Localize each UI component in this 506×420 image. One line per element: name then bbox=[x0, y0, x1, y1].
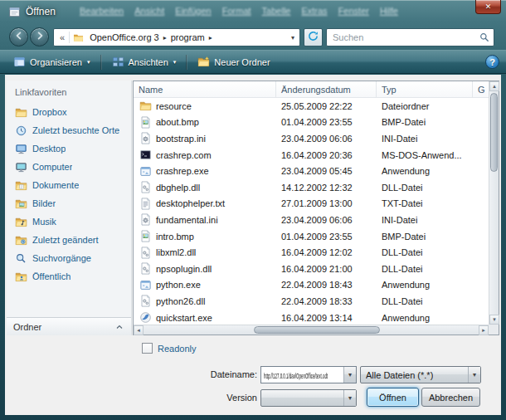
breadcrumb-separator-icon[interactable]: ▸ bbox=[207, 34, 214, 42]
titlebar[interactable]: Öffnen BearbeitenAnsichtEinfügenFormatTa… bbox=[0, 0, 506, 25]
breadcrumb-overflow-chevron[interactable]: « bbox=[54, 32, 69, 42]
file-row-resource[interactable]: resource25.05.2009 22:22Dateiordner bbox=[134, 98, 489, 115]
version-dropdown-icon[interactable]: ▾ bbox=[343, 390, 356, 406]
sidebar-item-suchvorg-nge[interactable]: Suchvorgänge bbox=[7, 249, 131, 267]
address-breadcrumb[interactable]: « OpenOffice.org 3▸program▸ ▾ bbox=[53, 28, 300, 46]
file-row-bootstrap-ini[interactable]: bootstrap.ini23.04.2009 06:06INI-Datei bbox=[134, 130, 489, 147]
folder-file-icon bbox=[139, 100, 152, 112]
file-row-npsoplugin-dll[interactable]: npsoplugin.dll16.04.2009 21:00DLL-Datei bbox=[134, 261, 489, 277]
file-name-cell: crashrep.exe bbox=[134, 165, 276, 178]
file-row-libxml2-dll[interactable]: libxml2.dll16.04.2009 12:02DLL-Datei bbox=[134, 244, 489, 261]
filename-combobox[interactable]: http://127.0.0.1/dav/OpenOffice/text.odt… bbox=[260, 366, 357, 383]
file-name-cell: npsoplugin.dll bbox=[134, 262, 276, 275]
refresh-button[interactable] bbox=[304, 28, 323, 46]
readonly-label[interactable]: Readonly bbox=[158, 344, 196, 354]
breadcrumb-segment-openoffice-org-3[interactable]: OpenOffice.org 3 bbox=[87, 32, 162, 42]
sidebar-item-dokumente[interactable]: Dokumente bbox=[7, 176, 131, 194]
file-type: Anwendung bbox=[377, 313, 473, 323]
file-name: npsoplugin.dll bbox=[156, 264, 212, 274]
breadcrumb-segments: OpenOffice.org 3▸program▸ bbox=[87, 32, 214, 42]
forward-button[interactable] bbox=[30, 27, 49, 46]
chevron-up-icon[interactable] bbox=[114, 322, 124, 332]
file-type: INI-Datei bbox=[377, 215, 473, 225]
scroll-left-icon[interactable]: ◂ bbox=[134, 325, 144, 335]
file-row-intro-bmp[interactable]: intro.bmp01.04.2009 23:55BMP-Datei bbox=[134, 228, 489, 245]
readonly-checkbox[interactable] bbox=[142, 343, 153, 354]
folders-bar[interactable]: Ordner bbox=[7, 317, 131, 335]
open-button[interactable]: Öffnen bbox=[367, 388, 419, 407]
file-name-cell: libxml2.dll bbox=[134, 247, 276, 259]
file-row-fundamental-ini[interactable]: fundamental.ini23.04.2009 06:06INI-Datei bbox=[134, 212, 489, 228]
column-header-nderungsdatum[interactable]: Änderungsdatum bbox=[276, 81, 377, 97]
file-row-desktophelper-txt[interactable]: desktophelper.txt27.01.2009 13:00TXT-Dat… bbox=[134, 196, 489, 212]
filetype-combobox[interactable]: Alle Dateien (*.*) ▾ bbox=[360, 366, 481, 383]
new-folder-icon bbox=[197, 56, 210, 68]
horizontal-scrollbar[interactable]: ◂ ▸ bbox=[134, 325, 489, 335]
breadcrumb-segment-program[interactable]: program bbox=[168, 32, 207, 42]
file-row-crashrep-exe[interactable]: crashrep.exe23.04.2009 05:45Anwendung bbox=[134, 163, 489, 179]
search-icon[interactable] bbox=[475, 32, 494, 43]
close-icon: ✕ bbox=[485, 2, 492, 11]
scroll-down-icon[interactable]: ▾ bbox=[489, 315, 499, 325]
file-type: TXT-Datei bbox=[377, 198, 473, 208]
filename-value[interactable]: http://127.0.0.1/dav/OpenOffice/text.odt bbox=[261, 370, 343, 380]
toolbar-button-organisieren[interactable]: Organisieren▾ bbox=[7, 53, 97, 71]
file-row-quickstart-exe[interactable]: quickstart.exe16.04.2009 13:14Anwendung bbox=[134, 310, 489, 325]
file-date: 14.12.2002 12:32 bbox=[276, 183, 377, 193]
sidebar-item-musik[interactable]: Musik bbox=[7, 212, 131, 231]
arrow-right-icon bbox=[34, 30, 46, 45]
toolbar-button-neuer-ordner[interactable]: Neuer Ordner bbox=[191, 53, 276, 71]
background-menu-item: Tabelle bbox=[262, 6, 291, 16]
file-name: about.bmp bbox=[156, 117, 199, 127]
sidebar-item-ffentlich[interactable]: Öffentlich bbox=[7, 267, 131, 286]
breadcrumb-dropdown-icon[interactable]: ▾ bbox=[291, 34, 299, 42]
file-name-cell: about.bmp bbox=[134, 116, 276, 129]
file-row-dbghelp-dll[interactable]: dbghelp.dll14.12.2002 12:32DLL-Datei bbox=[134, 179, 489, 196]
vertical-scrollbar[interactable]: ▴ ▾ bbox=[489, 81, 499, 325]
scroll-up-icon[interactable]: ▴ bbox=[489, 81, 499, 91]
sidebar-item-label: Bilder bbox=[32, 198, 56, 208]
toolbar-button-label: Neuer Ordner bbox=[214, 57, 270, 67]
version-combobox[interactable]: ▾ bbox=[260, 389, 357, 407]
music-icon bbox=[15, 216, 27, 228]
sidebar-item-bilder[interactable]: Bilder bbox=[7, 194, 131, 212]
sidebar-item-zuletzt-ge-ndert[interactable]: Zuletzt geändert bbox=[7, 231, 131, 249]
toolbar-button-label: Ansichten bbox=[129, 57, 168, 67]
sidebar-item-desktop[interactable]: Desktop bbox=[7, 139, 131, 158]
sidebar-item-computer[interactable]: Computer bbox=[7, 158, 131, 176]
column-header-g[interactable]: G bbox=[473, 81, 489, 97]
exe-file-icon bbox=[139, 279, 152, 291]
column-header-typ[interactable]: Typ bbox=[377, 81, 473, 97]
background-menu-item: Einfügen bbox=[175, 6, 211, 16]
file-row-python-exe[interactable]: python.exe22.04.2009 18:43Anwendung bbox=[134, 277, 489, 294]
column-header-name[interactable]: Name bbox=[134, 81, 276, 97]
file-row-crashrep-com[interactable]: crashrep.com16.04.2009 20:36MS-DOS-Anwen… bbox=[134, 147, 489, 164]
help-button[interactable]: ? bbox=[485, 55, 499, 69]
vertical-scroll-thumb[interactable] bbox=[490, 93, 498, 172]
filetype-dropdown-icon[interactable]: ▾ bbox=[468, 367, 480, 383]
favorites-header: Linkfavoriten bbox=[7, 81, 131, 103]
open-dialog: Öffnen BearbeitenAnsichtEinfügenFormatTa… bbox=[0, 0, 506, 420]
back-button[interactable] bbox=[9, 27, 28, 46]
file-row-about-bmp[interactable]: about.bmp01.04.2009 23:55BMP-Datei bbox=[134, 115, 489, 131]
file-date: 23.04.2009 06:06 bbox=[276, 215, 377, 225]
close-button[interactable]: ✕ bbox=[475, 0, 501, 14]
navigation-pane: Linkfavoriten DropboxZuletzt besuchte Or… bbox=[7, 81, 132, 335]
search-input[interactable] bbox=[327, 32, 475, 42]
file-row-python26-dll[interactable]: python26.dll22.04.2009 18:33DLL-Datei bbox=[134, 293, 489, 310]
toolbar-button-ansichten[interactable]: Ansichten▾ bbox=[105, 53, 183, 71]
sidebar-item-dropbox[interactable]: Dropbox bbox=[7, 103, 131, 121]
horizontal-scroll-thumb[interactable] bbox=[254, 326, 380, 334]
desktop-icon bbox=[15, 143, 27, 155]
dll-file-icon bbox=[139, 262, 152, 275]
breadcrumb-separator-icon[interactable]: ▸ bbox=[162, 34, 168, 42]
toolbar-separator bbox=[100, 55, 102, 70]
sidebar-item-zuletzt-besuchte-orte[interactable]: Zuletzt besuchte Orte bbox=[7, 121, 131, 139]
file-name-cell: desktophelper.txt bbox=[134, 198, 276, 210]
public-icon bbox=[15, 271, 27, 283]
file-name: resource bbox=[156, 101, 192, 111]
cancel-button[interactable]: Abbrechen bbox=[421, 388, 480, 407]
filename-dropdown-icon[interactable]: ▾ bbox=[343, 367, 356, 383]
readonly-row: Readonly bbox=[142, 343, 196, 354]
scroll-right-icon[interactable]: ▸ bbox=[479, 325, 489, 335]
